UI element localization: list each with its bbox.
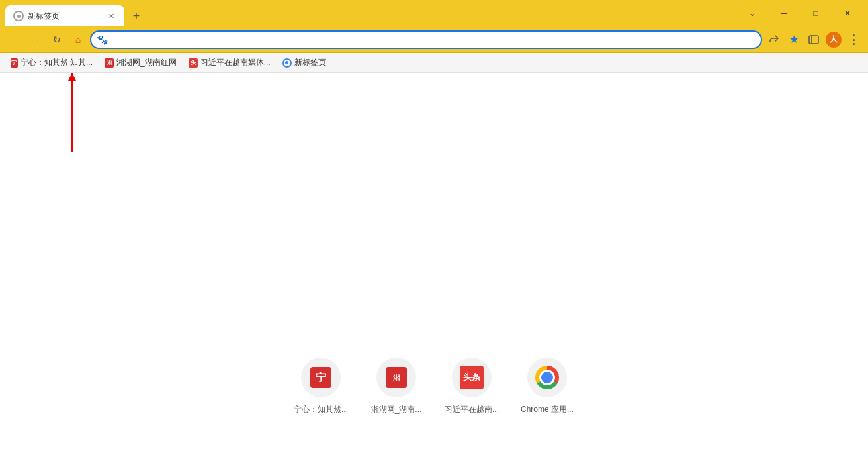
bookmark-item-zhixin[interactable]: 宁 宁心：知其然 知其... bbox=[5, 55, 98, 70]
shortcut-label-chrome: Chrome 应用... bbox=[517, 404, 577, 415]
bookmark-item-newtab[interactable]: 新标签页 bbox=[277, 55, 331, 70]
bookmark-item-xianghun[interactable]: 湘 湘湖网_湖南红网 bbox=[99, 55, 182, 70]
tab-close-button[interactable]: ✕ bbox=[106, 11, 116, 21]
menu-button[interactable]: ⋮ bbox=[844, 30, 863, 49]
forward-button[interactable]: → bbox=[26, 30, 45, 49]
share-button[interactable] bbox=[765, 30, 783, 49]
tab-strip: 新标签页 ✕ + bbox=[5, 5, 737, 26]
shortcut-label-xianghun: 湘湖网_湖南... bbox=[367, 404, 426, 415]
bookmark-favicon-newtab bbox=[282, 58, 292, 68]
shortcut-icon-toutiao: 头条 bbox=[452, 358, 492, 397]
chrome-app-icon bbox=[535, 366, 559, 389]
svg-rect-0 bbox=[809, 36, 818, 44]
address-input[interactable] bbox=[110, 34, 756, 45]
main-content: 宁 宁心：知其然... 湘 湘湖网_湖南... 头条 习近平在越南... Chr… bbox=[0, 73, 868, 455]
shortcut-label-zhixin: 宁心：知其然... bbox=[291, 404, 351, 415]
bookmark-favicon-toutiao: 头 bbox=[189, 58, 198, 68]
bookmark-label-toutiao: 习近平在越南媒体... bbox=[200, 57, 271, 68]
address-bar[interactable]: 🐾 bbox=[90, 30, 762, 49]
shortcut-item-zhixin[interactable]: 宁 宁心：知其然... bbox=[291, 358, 351, 415]
address-icon: 🐾 bbox=[97, 34, 107, 45]
shortcut-item-chrome[interactable]: Chrome 应用... bbox=[517, 358, 577, 415]
shortcut-label-toutiao: 习近平在越南... bbox=[442, 404, 501, 415]
bookmark-label-zhixin: 宁心：知其然 知其... bbox=[21, 57, 93, 68]
profile-button[interactable]: 人 bbox=[824, 30, 843, 49]
shortcut-icon-chrome bbox=[527, 358, 567, 397]
maximize-button[interactable]: □ bbox=[801, 3, 831, 24]
shortcuts-grid: 宁 宁心：知其然... 湘 湘湖网_湖南... 头条 习近平在越南... Chr… bbox=[291, 358, 577, 415]
shortcut-icon-xianghun: 湘 bbox=[376, 358, 416, 397]
new-tab-button[interactable]: + bbox=[127, 7, 146, 25]
window-controls: ⌄ ─ □ ✕ bbox=[737, 3, 863, 24]
shortcut-favicon-zhixin: 宁 bbox=[310, 367, 331, 388]
title-bar: 新标签页 ✕ + ⌄ ─ □ ✕ bbox=[0, 0, 868, 26]
shortcut-item-xianghun[interactable]: 湘 湘湖网_湖南... bbox=[367, 358, 426, 415]
home-button[interactable]: ⌂ bbox=[69, 30, 87, 49]
bookmarks-bar: 宁 宁心：知其然 知其... 湘 湘湖网_湖南红网 头 习近平在越南媒体... … bbox=[0, 53, 868, 73]
shortcut-item-toutiao[interactable]: 头条 习近平在越南... bbox=[442, 358, 501, 415]
back-button[interactable]: ← bbox=[5, 30, 24, 49]
annotation-arrow bbox=[71, 73, 73, 152]
reload-button[interactable]: ↻ bbox=[48, 30, 66, 49]
active-tab[interactable]: 新标签页 ✕ bbox=[5, 5, 124, 26]
shortcut-favicon-toutiao: 头条 bbox=[460, 366, 484, 389]
shortcut-icon-zhixin: 宁 bbox=[301, 358, 341, 397]
bookmark-label-xianghun: 湘湖网_湖南红网 bbox=[116, 57, 177, 68]
profile-avatar: 人 bbox=[826, 32, 842, 48]
bookmark-favicon-zhixin: 宁 bbox=[11, 58, 18, 68]
tab-title: 新标签页 bbox=[28, 11, 102, 22]
chevron-down-button[interactable]: ⌄ bbox=[737, 3, 767, 24]
bookmark-favicon-xianghun: 湘 bbox=[105, 58, 114, 68]
toolbar-right: ★ 人 ⋮ bbox=[765, 30, 863, 49]
tab-favicon bbox=[13, 11, 24, 21]
favorite-button[interactable]: ★ bbox=[785, 30, 803, 49]
shortcut-favicon-xianghun: 湘 bbox=[386, 367, 407, 388]
close-button[interactable]: ✕ bbox=[832, 3, 863, 24]
toolbar: ← → ↻ ⌂ 🐾 ★ 人 ⋮ bbox=[0, 26, 868, 53]
sidebar-button[interactable] bbox=[804, 30, 823, 49]
bookmark-item-toutiao[interactable]: 头 习近平在越南媒体... bbox=[183, 55, 276, 70]
bookmark-label-newtab: 新标签页 bbox=[294, 57, 326, 68]
minimize-button[interactable]: ─ bbox=[769, 3, 799, 24]
